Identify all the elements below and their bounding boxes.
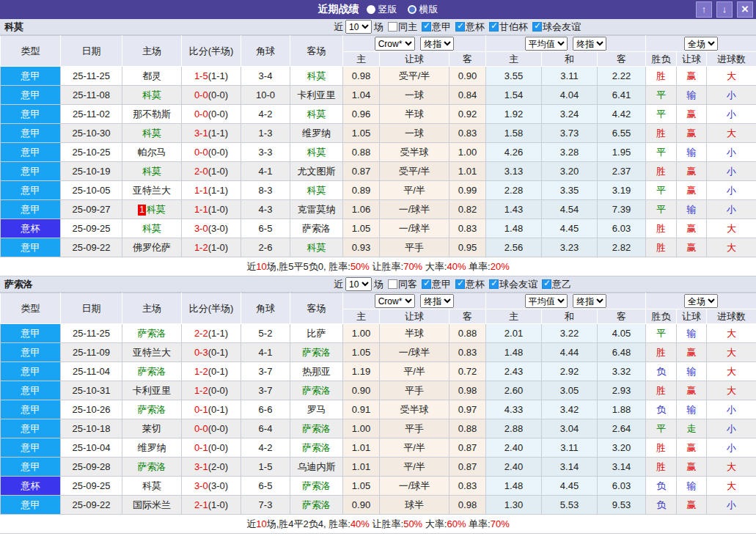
handicap-cell: 受平/半	[380, 67, 449, 86]
match-row: 意甲25-09-22国际米兰2-1(1-0)7-3萨索洛0.90球半0.981.…	[1, 496, 756, 515]
home-team-cell: 萨索洛	[122, 458, 182, 477]
odds-final-select[interactable]: 终指	[420, 37, 454, 51]
result-wdl-cell: 负	[646, 477, 677, 496]
summary-segment: 70%	[491, 518, 510, 529]
handicap-cell: 平/半	[380, 362, 449, 381]
result-goals-cell: 大	[707, 238, 756, 257]
scope-select[interactable]: 全场	[684, 294, 718, 308]
eu-away-odds-cell: 2.64	[598, 419, 646, 438]
league-cell: 意甲	[1, 86, 61, 105]
avg-source-select[interactable]: 平均值	[525, 294, 568, 308]
corners-cell: 6-6	[241, 400, 290, 419]
result-wdl-cell: 负	[646, 362, 677, 381]
corners-cell: 4-1	[241, 343, 290, 362]
result-handicap-cell: 赢	[677, 105, 707, 124]
away-team-cell: 萨索洛	[290, 343, 343, 362]
near-label: 近	[334, 278, 343, 291]
score-cell: 1-5(1-1)	[182, 67, 241, 86]
layout-vertical-label: 竖版	[378, 3, 397, 16]
league-cell: 意甲	[1, 458, 61, 477]
radio-selected-icon	[367, 5, 375, 14]
eu-away-odds-cell: 3.19	[598, 181, 646, 200]
match-row: 意杯25-09-25科莫3-0(3-0)6-5萨索洛1.05一/球半0.831.…	[1, 219, 756, 238]
league-checkbox-gamper[interactable]	[489, 22, 499, 32]
result-goals-cell: 小	[707, 400, 756, 419]
league-checkbox-friendly[interactable]	[489, 279, 499, 289]
same-venue-label: 同客	[398, 278, 417, 291]
league-cell: 意甲	[1, 496, 61, 515]
handicap-cell: 平手	[380, 381, 449, 400]
summary-segment: 让胜率:	[370, 518, 403, 529]
league-checkbox-friendly[interactable]	[532, 22, 542, 32]
odds-source-select[interactable]: Crow*	[375, 37, 415, 51]
league-label-serieb: 意乙	[552, 278, 571, 291]
league-checkbox-seriea[interactable]	[422, 279, 431, 289]
handicap-cell: 一/球半	[380, 477, 449, 496]
date-cell: 25-10-18	[61, 419, 122, 438]
league-cell: 意甲	[1, 143, 61, 162]
close-button[interactable]: ✕	[737, 1, 753, 18]
sub-header-ah-away: 客	[449, 52, 486, 67]
handicap-cell: 平手	[380, 238, 449, 257]
window-title: 近期战绩	[318, 3, 359, 16]
eu-away-odds-cell: 6.03	[598, 477, 646, 496]
summary-line-como: 近10场,胜5平5负0, 胜率:50% 让胜率:70% 大率:40% 单率:20…	[0, 257, 756, 276]
eu-away-odds-cell: 6.55	[598, 124, 646, 143]
home-team-cell: 国际米兰	[122, 496, 182, 515]
result-wdl-cell: 胜	[646, 438, 677, 458]
handicap-cell: 一/球半	[380, 200, 449, 219]
same-venue-checkbox[interactable]	[388, 279, 397, 289]
ah-away-odds-cell: 0.92	[449, 105, 486, 124]
corners-cell: 4-3	[241, 200, 290, 219]
result-goals-cell: 小	[707, 181, 756, 200]
score-cell: 0-0(0-0)	[182, 105, 241, 124]
eu-away-odds-cell: 2.37	[598, 162, 646, 181]
summary-segment: 70%	[403, 261, 422, 272]
result-goals-cell: 大	[707, 343, 756, 362]
summary-segment: 50%	[403, 518, 422, 529]
scope-select[interactable]: 全场	[684, 37, 718, 51]
summary-segment: 60%	[447, 518, 466, 529]
eu-home-odds-cell: 4.33	[486, 400, 542, 419]
eu-away-odds-cell: 3.14	[598, 458, 646, 477]
layout-radio-horizontal[interactable]: 横版	[408, 3, 438, 16]
eu-home-odds-cell: 1.48	[486, 343, 542, 362]
match-row: 意甲25-11-02那不勒斯0-0(0-0)4-2科莫0.96半球0.921.9…	[1, 105, 756, 124]
layout-radio-vertical[interactable]: 竖版	[367, 3, 397, 16]
date-cell: 25-09-25	[61, 477, 122, 496]
league-checkbox-coppa[interactable]	[455, 279, 465, 289]
summary-segment: 大率:	[422, 261, 447, 272]
avg-source-select[interactable]: 平均值	[525, 37, 568, 51]
ah-away-odds-cell: 0.98	[449, 496, 486, 515]
league-checkbox-coppa[interactable]	[455, 22, 465, 32]
summary-segment: 10	[256, 518, 266, 529]
corners-cell: 7-3	[241, 496, 290, 515]
same-venue-checkbox[interactable]	[388, 22, 397, 32]
sub-header-eu-away: 客	[598, 52, 646, 67]
date-cell: 25-10-31	[61, 381, 122, 400]
away-team-cell: 科莫	[290, 238, 343, 257]
odds-final-select[interactable]: 终指	[420, 294, 454, 308]
avg-final-select[interactable]: 终指	[573, 37, 606, 51]
date-cell: 25-10-05	[61, 181, 122, 200]
score-cell: 0-0(0-0)	[182, 86, 241, 105]
match-row: 意甲25-10-19科莫2-0(1-0)4-1尤文图斯0.87受平/半1.013…	[1, 162, 756, 181]
match-row: 意甲25-11-25萨索洛2-2(1-1)5-2比萨1.00半球0.882.01…	[1, 324, 756, 343]
league-checkbox-serieb[interactable]	[542, 279, 551, 289]
home-team-cell: 亚特兰大	[122, 181, 182, 200]
odds-source-select[interactable]: Crow*	[375, 294, 415, 308]
result-wdl-cell: 平	[646, 181, 677, 200]
league-checkbox-seriea[interactable]	[422, 22, 431, 32]
ah-home-odds-cell: 1.01	[343, 438, 380, 458]
eu-draw-odds-cell: 3.20	[542, 162, 598, 181]
ah-away-odds-cell: 0.87	[449, 438, 486, 458]
recent-games-select[interactable]: 10	[345, 20, 372, 34]
move-down-button[interactable]: ↓	[716, 1, 733, 18]
league-cell: 意甲	[1, 181, 61, 200]
rank-badge: 1	[138, 205, 146, 216]
recent-games-select[interactable]: 10	[345, 277, 372, 291]
move-up-button[interactable]: ↑	[696, 1, 712, 18]
score-cell: 0-0(0-0)	[182, 143, 241, 162]
result-wdl-cell: 平	[646, 419, 677, 438]
avg-final-select[interactable]: 终指	[573, 294, 606, 308]
